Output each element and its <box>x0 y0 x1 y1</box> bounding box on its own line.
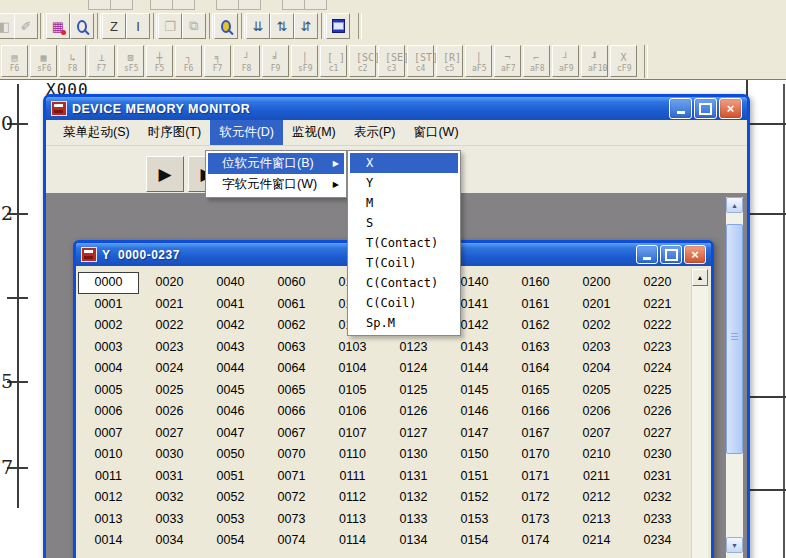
row-swap-button[interactable]: ⇅ <box>270 13 294 39</box>
device-cell[interactable]: 0026 <box>139 401 200 423</box>
dmm-title-bar[interactable]: DEVICE MEMORY MONITOR × <box>46 97 747 120</box>
device-cell[interactable]: 0167 <box>505 423 566 445</box>
device-cell[interactable]: 0143 <box>444 337 505 359</box>
device-cell[interactable]: 0023 <box>139 337 200 359</box>
scroll-up-icon[interactable]: ▲ <box>726 197 743 213</box>
device-cell[interactable]: 0171 <box>505 466 566 488</box>
ladder-symbol-button-sF5[interactable]: ⊠sF5 <box>117 45 144 77</box>
dmm-menu-item[interactable]: 软元件(D) <box>210 120 283 145</box>
device-cell[interactable]: 0134 <box>383 530 444 552</box>
device-cell[interactable]: 0227 <box>627 423 688 445</box>
device-cell[interactable]: 0073 <box>261 509 322 531</box>
program-verify-button[interactable]: I <box>126 13 150 39</box>
device-cell[interactable]: 0126 <box>383 401 444 423</box>
device-cell[interactable]: 0060 <box>261 272 322 294</box>
row-reorder-button[interactable]: ⇵ <box>294 13 318 39</box>
device-cell[interactable]: 0045 <box>200 380 261 402</box>
cutoff-toolbar-button[interactable] <box>282 0 305 10</box>
window-cascade-button[interactable]: ❐ <box>158 13 182 39</box>
device-cell[interactable]: 0163 <box>505 337 566 359</box>
device-cell[interactable]: 0002 <box>78 315 139 337</box>
device-cell[interactable]: 0107 <box>322 423 383 445</box>
ladder-symbol-button-aF7[interactable]: ¬aF7 <box>494 45 521 77</box>
device-cell[interactable]: 0233 <box>627 509 688 531</box>
device-cell[interactable]: 0161 <box>505 294 566 316</box>
device-cell[interactable]: 0152 <box>444 487 505 509</box>
device-cell[interactable]: 0066 <box>261 401 322 423</box>
maximize-button-icon[interactable] <box>660 245 682 264</box>
device-cell[interactable]: 0041 <box>200 294 261 316</box>
device-cell[interactable]: 0166 <box>505 401 566 423</box>
device-menu-item[interactable]: 位软元件窗口(B)▶ <box>208 153 344 174</box>
device-cell[interactable]: 0054 <box>200 530 261 552</box>
device-cell[interactable]: 0231 <box>627 466 688 488</box>
device-cell[interactable]: 0212 <box>566 487 627 509</box>
find-device-button[interactable] <box>70 13 94 39</box>
device-cell[interactable]: 0225 <box>627 380 688 402</box>
device-cell[interactable]: 0223 <box>627 337 688 359</box>
net-config-button[interactable]: ▦ <box>46 13 70 39</box>
device-cell[interactable]: 0062 <box>261 315 322 337</box>
device-cell[interactable]: 0224 <box>627 358 688 380</box>
device-cell[interactable]: 0033 <box>139 509 200 531</box>
device-cell[interactable]: 0022 <box>139 315 200 337</box>
find-person-button[interactable] <box>214 13 238 39</box>
device-cell[interactable]: 0021 <box>139 294 200 316</box>
device-cell[interactable]: 0004 <box>78 358 139 380</box>
cutoff-toolbar-button[interactable] <box>88 0 111 10</box>
device-cell[interactable]: 0150 <box>444 444 505 466</box>
device-cell[interactable]: 0200 <box>566 272 627 294</box>
device-cell[interactable]: 0011 <box>78 466 139 488</box>
device-cell[interactable]: 0000 <box>78 272 139 294</box>
monitor-start-button[interactable]: ▶ <box>146 156 184 192</box>
device-cell[interactable]: 0010 <box>78 444 139 466</box>
cutoff-toolbar-button[interactable] <box>150 0 173 10</box>
device-cell[interactable]: 0064 <box>261 358 322 380</box>
device-cell[interactable]: 0144 <box>444 358 505 380</box>
device-cell[interactable]: 0052 <box>200 487 261 509</box>
device-cell[interactable]: 0074 <box>261 530 322 552</box>
ladder-symbol-button-aF9[interactable]: ┘aF9 <box>552 45 579 77</box>
device-cell[interactable]: 0213 <box>566 509 627 531</box>
ladder-symbol-button-F5[interactable]: ┼F5 <box>146 45 173 77</box>
ladder-symbol-button-F8[interactable]: ┘F8 <box>233 45 260 77</box>
ladder-symbol-button-F8[interactable]: ↳F8 <box>59 45 86 77</box>
device-cell[interactable]: 0204 <box>566 358 627 380</box>
device-cell[interactable]: 0103 <box>322 337 383 359</box>
device-cell[interactable]: 0230 <box>627 444 688 466</box>
edit-disabled-button[interactable]: ✐ <box>14 13 38 39</box>
ladder-symbol-button-aF8[interactable]: ⌐aF8 <box>523 45 550 77</box>
ladder-symbol-button-F6[interactable]: ┐F6 <box>175 45 202 77</box>
device-cell[interactable]: 0203 <box>566 337 627 359</box>
bit-device-submenu-item[interactable]: X <box>350 153 458 173</box>
minimize-button-icon[interactable] <box>636 245 658 264</box>
device-cell[interactable]: 0170 <box>505 444 566 466</box>
device-cell[interactable]: 0214 <box>566 530 627 552</box>
device-cell[interactable]: 0032 <box>139 487 200 509</box>
minimize-button-icon[interactable] <box>669 98 692 119</box>
device-cell[interactable]: 0014 <box>78 530 139 552</box>
cutoff-toolbar-button[interactable] <box>172 0 195 10</box>
device-cell[interactable]: 0024 <box>139 358 200 380</box>
device-cell[interactable]: 0162 <box>505 315 566 337</box>
device-cell[interactable]: 0206 <box>566 401 627 423</box>
device-cell[interactable]: 0106 <box>322 401 383 423</box>
device-cell[interactable]: 0070 <box>261 444 322 466</box>
device-cell[interactable]: 0124 <box>383 358 444 380</box>
device-cell[interactable]: 0061 <box>261 294 322 316</box>
device-cell[interactable]: 0131 <box>383 466 444 488</box>
bit-device-submenu-item[interactable]: C(Coil) <box>350 293 458 313</box>
ladder-symbol-button-c2[interactable]: [SC]c2 <box>349 45 376 77</box>
close-button-icon[interactable]: × <box>719 98 742 119</box>
bit-device-submenu-item[interactable]: S <box>350 213 458 233</box>
device-cell[interactable]: 0133 <box>383 509 444 531</box>
bit-device-submenu-item[interactable]: M <box>350 193 458 213</box>
device-cell[interactable]: 0063 <box>261 337 322 359</box>
device-cell[interactable]: 0072 <box>261 487 322 509</box>
dmm-menu-item[interactable]: 菜单起动(S) <box>54 120 139 145</box>
device-cell[interactable]: 0050 <box>200 444 261 466</box>
device-cell[interactable]: 0232 <box>627 487 688 509</box>
device-cell[interactable]: 0001 <box>78 294 139 316</box>
device-cell[interactable]: 0042 <box>200 315 261 337</box>
dmm-vertical-scrollbar[interactable]: ▲ ▼ <box>726 197 743 558</box>
